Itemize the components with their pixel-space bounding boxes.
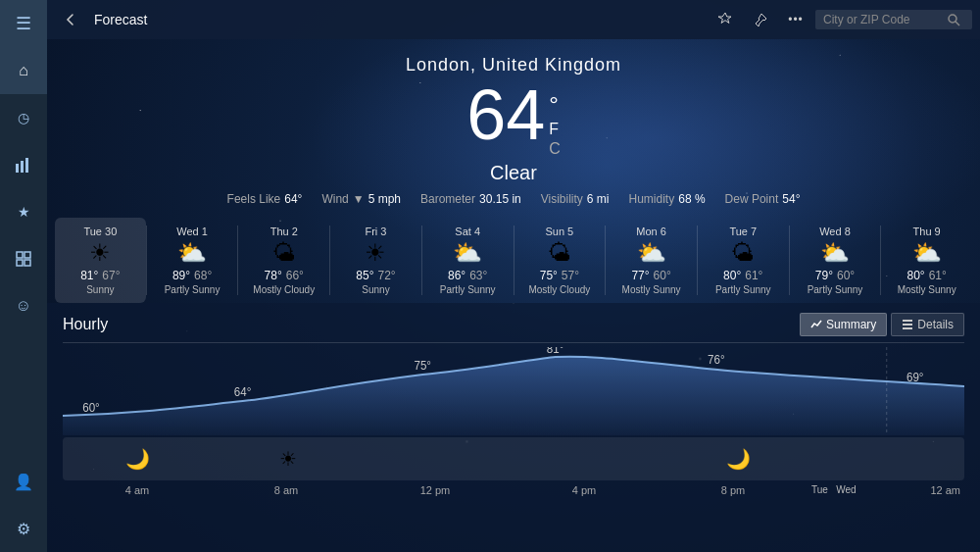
forecast-temps: 89° 68° [172,269,212,282]
forecast-day-3[interactable]: Fri 3 ☀ 85° 72° Sunny [330,218,421,303]
time-4pm: 4 pm [510,484,659,496]
forecast-bar: Tue 30 ☀ 81° 67° Sunny Wed 1 ⛅ 89° 68° P… [47,218,980,303]
hourly-title: Hourly [63,316,108,333]
hourly-toggle: Summary Details [800,313,964,336]
hourly-icon-4: 🌙 [663,447,813,471]
forecast-day-0[interactable]: Tue 30 ☀ 81° 67° Sunny [55,218,146,303]
sidebar: ☰ ⌂ ◷ ★ ☺ 👤 ⚙ [0,0,47,552]
hourly-icon-0: 🌙 [63,447,213,471]
forecast-day-5[interactable]: Sun 5 🌤 75° 57° Mostly Cloudy [514,218,606,303]
more-button[interactable]: ••• [780,4,811,35]
forecast-temps: 85° 72° [356,269,395,282]
sidebar-emoji-icon[interactable]: ☺ [0,282,47,329]
svg-text:81°: 81° [547,347,564,356]
forecast-day-7[interactable]: Tue 7 🌤 80° 61° Partly Sunny [698,218,789,303]
hourly-section: Hourly Summary Details [47,303,980,552]
sidebar-settings-icon[interactable]: ⚙ [0,505,47,552]
dewpoint-value: 54° [782,192,800,206]
city-name: London, United Kingdom [406,55,621,75]
star-button[interactable] [710,4,741,35]
forecast-icon: ⛅ [820,241,850,265]
barometer-detail: Barometer 30.15 in [420,192,521,206]
forecast-icon: ⛅ [177,241,207,265]
barometer-value: 30.15 in [479,192,521,206]
titlebar-actions: ••• [710,4,972,35]
forecast-day-8[interactable]: Wed 8 ⛅ 79° 60° Partly Sunny [790,218,881,303]
svg-line-8 [956,22,959,25]
forecast-day-9[interactable]: Thu 9 ⛅ 80° 61° Mostly Sunny [881,218,972,303]
unit-fahrenheit[interactable]: F [549,121,561,138]
forecast-day-name: Sat 4 [455,226,480,237]
hourly-time-row: 4 am 8 am 12 pm 4 pm 8 pm Tue Wed 12 am [63,484,964,496]
forecast-icon: 🌤 [731,241,755,265]
forecast-icon: ☀ [365,241,386,265]
sidebar-grid-icon[interactable] [0,235,47,282]
forecast-day-name: Wed 1 [176,226,208,237]
search-input[interactable] [823,13,941,26]
sidebar-chart-icon[interactable] [0,141,47,188]
sidebar-star-icon[interactable]: ★ [0,188,47,235]
forecast-temps: 75° 57° [540,269,579,282]
time-12pm: 12 pm [361,484,510,496]
forecast-high: 85° [356,269,373,282]
forecast-high: 75° [540,269,558,282]
forecast-label: Sunny [362,284,389,295]
forecast-high: 77° [631,269,649,282]
forecast-high: 89° [172,269,190,282]
svg-text:69°: 69° [906,371,924,384]
forecast-day-4[interactable]: Sat 4 ⛅ 86° 63° Partly Sunny [422,218,514,303]
feels-like-label: Feels Like [227,192,281,206]
svg-text:64°: 64° [234,385,252,399]
forecast-low: 61° [929,269,947,282]
forecast-day-name: Mon 6 [636,226,666,237]
forecast-temps: 86° 63° [448,269,487,282]
svg-rect-4 [24,252,30,258]
forecast-label: Partly Sunny [715,284,771,295]
unit-celsius[interactable]: C [549,140,561,158]
temp-unit-col: ° F C [549,91,561,158]
humidity-value: 68 % [678,192,705,206]
hourly-icon-row: 🌙 ☀ 🌙 [63,437,964,480]
visibility-label: Visibility [541,192,583,206]
dewpoint-detail: Dew Point 54° [725,192,801,206]
forecast-icon: 🌤 [272,241,296,265]
back-button[interactable] [55,4,86,35]
time-8pm: 8 pm [659,484,808,496]
details-button[interactable]: Details [891,313,964,336]
svg-text:76°: 76° [708,353,725,367]
sidebar-home-icon[interactable]: ⌂ [0,47,47,94]
forecast-day-2[interactable]: Thu 2 🌤 78° 66° Mostly Cloudy [238,218,329,303]
hourly-icon-1: ☀ [213,447,363,471]
sidebar-person-icon[interactable]: 👤 [0,458,47,505]
svg-rect-10 [903,324,912,326]
wind-detail: Wind ▼ 5 mph [321,192,401,206]
search-icon [947,13,960,26]
list-icon [902,319,913,330]
forecast-label: Mostly Cloudy [253,284,315,295]
forecast-day-6[interactable]: Mon 6 ⛅ 77° 60° Mostly Sunny [606,218,697,303]
forecast-high: 81° [80,269,98,282]
pin-button[interactable] [745,4,776,35]
svg-rect-9 [903,320,912,322]
forecast-day-name: Wed 8 [819,226,851,237]
forecast-day-name: Tue 7 [729,226,757,237]
forecast-label: Mostly Sunny [622,284,681,295]
titlebar: Forecast ••• [47,0,980,39]
forecast-day-name: Thu 2 [270,226,298,237]
forecast-high: 78° [265,269,282,282]
forecast-low: 63° [469,269,487,282]
forecast-low: 57° [562,269,579,282]
sidebar-menu-icon[interactable]: ☰ [0,0,47,47]
wind-value: 5 mph [368,192,401,206]
forecast-day-name: Fri 3 [365,226,386,237]
summary-button[interactable]: Summary [800,313,887,336]
svg-rect-6 [24,260,30,266]
forecast-low: 60° [837,269,855,282]
sidebar-clock-icon[interactable]: ◷ [0,94,47,141]
forecast-day-1[interactable]: Wed 1 ⛅ 89° 68° Partly Sunny [147,218,238,303]
forecast-low: 60° [654,269,671,282]
chart-icon [810,319,822,330]
forecast-high: 86° [448,269,466,282]
humidity-detail: Humidity 68 % [629,192,706,206]
search-box [815,10,972,29]
